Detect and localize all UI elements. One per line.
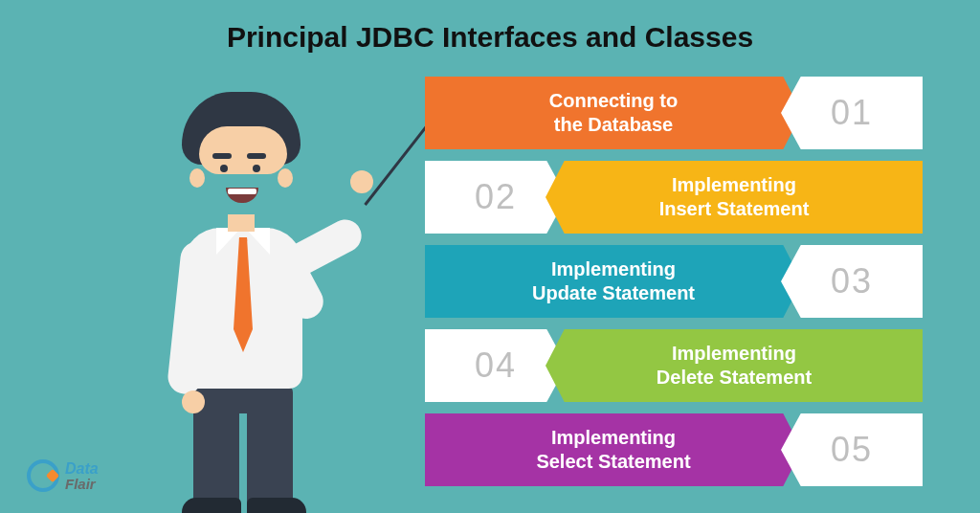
list-item: Connecting to the Database 01 [425,77,923,149]
eyebrow [247,153,266,159]
step-banner: Implementing Delete Statement [546,329,923,402]
step-label: Implementing [551,427,676,448]
brand-logo: Data Flair [27,459,99,492]
collar [216,228,241,255]
list-item: Implementing Update Statement 03 [425,245,923,318]
mouth [226,188,258,203]
eyebrow [212,153,232,159]
step-banner: Implementing Insert Statement [546,161,923,234]
logo-line1: Data [65,461,99,477]
step-banner: Connecting to the Database [425,77,802,149]
step-number: 03 [831,261,873,301]
ear [278,168,293,188]
step-banner: Implementing Update Statement [425,245,802,318]
hair [182,92,301,165]
step-label: Update Statement [532,282,695,303]
hand [182,390,205,413]
step-number-box: 04 [425,329,567,402]
step-label: Implementing [551,258,676,279]
step-number: 04 [475,346,517,386]
step-number-box: 03 [781,245,923,318]
logo-line2: Flair [65,477,99,491]
step-label: Delete Statement [657,367,812,388]
neck [228,214,255,232]
step-number-box: 05 [781,413,923,486]
step-label: Implementing [672,174,796,195]
shoe [182,498,241,513]
step-number: 01 [831,93,873,133]
step-label: Select Statement [536,451,690,472]
legs [193,385,293,507]
presenter-illustration [134,86,383,507]
steps-list: Connecting to the Database 01 02 Impleme… [425,77,923,498]
step-number-box: 02 [425,161,567,234]
list-item: 04 Implementing Delete Statement [425,329,923,402]
step-label: the Database [554,114,674,135]
step-number-box: 01 [781,77,923,149]
ear [189,168,205,188]
step-label: Insert Statement [659,198,810,219]
list-item: 02 Implementing Insert Statement [425,161,923,234]
step-label: Connecting to [549,90,678,111]
page-title: Principal JDBC Interfaces and Classes [0,21,980,54]
logo-icon [27,459,59,492]
step-number: 02 [475,177,517,217]
list-item: Implementing Select Statement 05 [425,413,923,486]
eye [253,165,260,172]
logo-text: Data Flair [65,461,99,491]
step-banner: Implementing Select Statement [425,413,802,486]
hand [350,170,373,193]
eye [220,165,228,172]
step-number: 05 [831,430,873,470]
shoe [247,498,306,513]
collar [245,228,270,255]
step-label: Implementing [672,343,796,364]
